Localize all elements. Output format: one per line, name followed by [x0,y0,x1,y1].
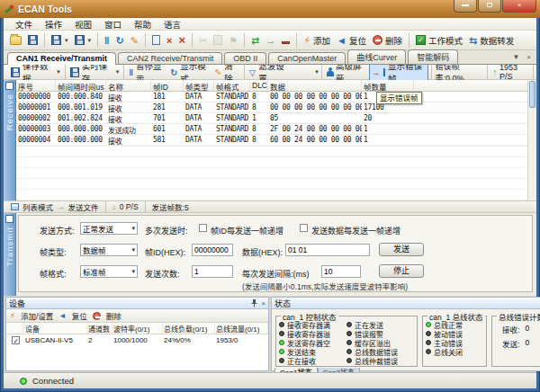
add-device-label: 添加 [313,34,330,47]
vertical-scrollbar[interactable] [527,80,536,200]
tab-curver[interactable]: 曲线Curver [347,49,406,64]
export-log-button[interactable]: ▾ [72,34,94,46]
menu-file[interactable]: 文件 [9,18,39,31]
device-panel-titlebar: 设备 × [6,298,268,309]
receive-table-header[interactable]: 序号 帧间隔时间us 名称 帧ID 帧类型 帧格式 DLC 数据 帧数量 [16,80,536,92]
refresh-button[interactable]: ↻ [113,33,127,48]
inc-data-label: 发送数据每发送一帧递增 [311,225,400,236]
device-delete-button[interactable]: 删除 [106,310,122,321]
menu-help[interactable]: 帮助 [128,18,158,31]
reset-device-button[interactable]: ◄复位 [334,33,369,48]
col-frame-count[interactable]: 帧数量 [362,80,414,91]
col-baudrate[interactable]: 波特率(0/1) [112,323,163,334]
led-icon [346,322,352,327]
close-button[interactable]: × [502,0,536,13]
col-frame-format[interactable]: 帧格式 [214,80,250,91]
pin-icon[interactable] [250,299,257,307]
stop-button[interactable]: 停止 [379,264,424,278]
list-mode-button[interactable]: 列表模式 [22,201,53,212]
table-row[interactable]: 00000003000.000.000发送成功601DATASTANDARD82… [16,124,536,135]
col-data[interactable]: 数据 [268,80,362,91]
paste-button[interactable] [211,34,225,46]
frame-id-input[interactable] [192,244,233,256]
inc-id-checkbox[interactable] [199,224,207,232]
device-checkbox[interactable]: ✓ [12,336,20,344]
clear-button[interactable]: ✎ [128,33,141,48]
receive-side-tab[interactable]: Receive [4,80,16,200]
table-row[interactable]: 00000001000.001.019接收281DATASTANDARD800 … [16,102,536,113]
send-mode-select[interactable]: 正常发送▾ [80,222,138,235]
transmit-side-tab-label: Transmit [4,227,14,267]
interval-input[interactable] [321,265,361,278]
tab-close-icon[interactable]: × [526,53,531,61]
refresh-icon: ↻ [116,34,124,47]
new-frame-button[interactable] [149,34,163,46]
table-row[interactable]: 00000000000.000.840接收181DATASTANDARD800 … [16,92,536,102]
open-button[interactable] [7,35,24,46]
led-item: 正在接收 [279,356,346,365]
add-device-button[interactable]: ⚡添加 [301,33,333,48]
device-reset-button[interactable]: 复位 [72,310,87,321]
col-frame-id[interactable]: 帧ID [151,80,184,91]
table-row[interactable]: 00000004000.000.000接收581DATASTANDARD860 … [16,135,536,146]
data-input[interactable] [285,244,370,256]
device-add-setup-button[interactable]: 添加/设置 [21,310,53,321]
up-arrow-icon: ↑ [493,67,498,76]
device-row[interactable]: ✓ USBCAN-II-V5 2 1000/1000 24%/0% 1953/0 [6,334,268,346]
tab-decode[interactable]: 智能解码 [408,49,458,64]
col-frame-type[interactable]: 帧类型 [184,80,214,91]
transmit-side-tab[interactable]: Transmit [4,213,16,296]
overflow-chevron-icon[interactable]: ▾ [315,68,319,76]
frame-type-select[interactable]: 数据帧▾ [80,244,138,256]
flag-button[interactable]: ⚑ [226,33,240,48]
col-device[interactable]: 设备 [24,323,87,334]
inc-data-checkbox[interactable] [300,224,308,232]
tab-canopenmaster[interactable]: CanOpenMaster [268,52,346,64]
collapse-toggle-icon[interactable] [5,82,14,90]
maximize-button[interactable] [478,0,501,13]
menu-window[interactable]: 窗口 [98,18,128,31]
panel-close-icon[interactable]: × [261,299,266,307]
cell: 00000003 [16,124,56,134]
col-name[interactable]: 名称 [106,80,151,91]
device-table-header[interactable]: 设备 通道数 波特率(0/1) 总线负载(0/1) 总线流量(0/1) [6,323,268,334]
brush-icon: ✎ [130,34,139,47]
minimize-button[interactable] [454,0,477,13]
delete-frame-button[interactable]: × [164,33,175,48]
col-dlc[interactable]: DLC [250,80,268,91]
scrollbar-thumb[interactable] [529,81,536,108]
data-forward-button[interactable]: ⇆数据转发 [466,33,517,48]
send-count-input[interactable] [192,265,233,278]
tab-can2[interactable]: CAN2 Receive/Transmit [118,52,222,64]
cell-bus-load: 24%/0% [163,335,215,345]
delete-all-button[interactable]: × [176,33,188,48]
save-button[interactable] [25,34,40,46]
cell: 60 00 24 00 00 00 00 00 [268,135,362,145]
tab-obd2[interactable]: OBD II [224,52,266,64]
cut-button[interactable]: ✂ [196,33,210,48]
pause-button[interactable]: ‖ [102,33,112,48]
forward-button[interactable]: → [263,33,278,48]
tab-scroll-icon[interactable]: ▼ [512,53,519,61]
send-button[interactable]: 发送 [379,243,424,256]
cell: 581 [151,135,184,145]
col-bus-load[interactable]: 总线负载(0/1) [163,323,215,334]
transfer-button[interactable]: ⇄ [248,33,262,48]
work-mode-button[interactable]: ✓工作模式 [413,33,465,48]
menu-operation[interactable]: 操作 [39,18,68,31]
collapse-toggle-icon[interactable] [5,215,14,223]
tab-can1[interactable]: CAN1 Receive/Transmit [7,52,116,65]
col-seq[interactable]: 序号 [16,80,56,91]
col-channels[interactable]: 通道数 [87,323,112,334]
col-bus-traffic[interactable]: 总线流量(0/1) [215,323,268,334]
col-interval[interactable]: 帧间隔时间us [56,80,106,91]
menu-view[interactable]: 视图 [68,18,98,31]
menu-language[interactable]: 语言 [158,18,187,31]
led-item: 缓存区溢出 [346,338,414,347]
table-row[interactable]: 00000002001.002.824接收701DATASTANDARD1052… [16,113,536,124]
send-file-button[interactable]: 发送文件 [68,201,99,212]
export-data-button[interactable]: ▾ [49,34,71,46]
delete-device-button[interactable]: 删除 [370,33,405,48]
collapse-button[interactable] [279,35,292,45]
frame-format-select[interactable]: 标准帧▾ [80,265,138,278]
